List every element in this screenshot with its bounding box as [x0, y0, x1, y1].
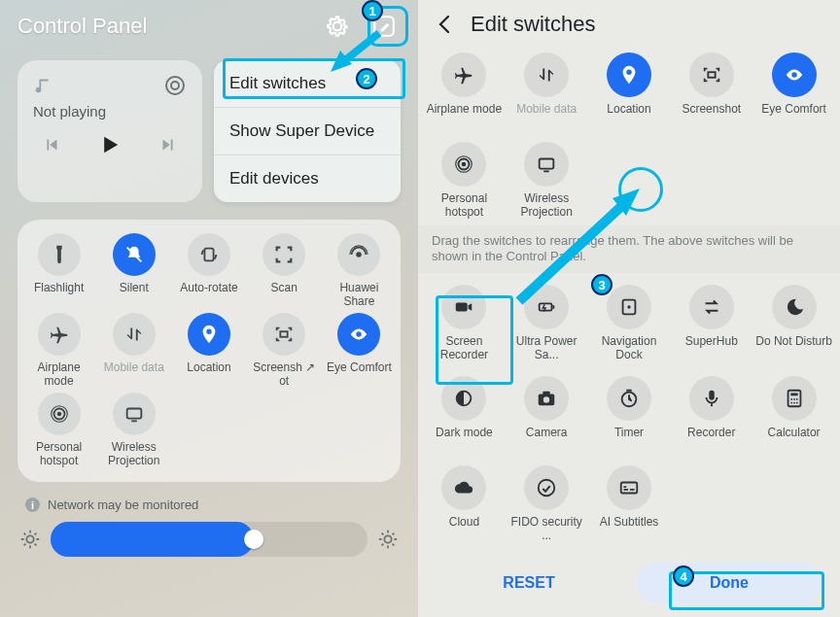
silent-icon: [123, 244, 145, 265]
switch-hotspot[interactable]: Personal hotspot: [23, 393, 94, 468]
hotspot-icon: [453, 154, 474, 175]
gear-icon: [325, 14, 350, 39]
switch-label: Recorder: [687, 427, 735, 452]
switch-mobiledata[interactable]: Mobile data: [507, 47, 587, 134]
switch-label: Navigation Dock: [589, 335, 670, 362]
screenshot-icon: [273, 324, 295, 345]
switch-label: Eye Comfort: [761, 103, 826, 128]
info-icon: i: [25, 497, 40, 512]
media-card[interactable]: Not playing: [18, 60, 202, 202]
switch-label: SuperHub: [685, 335, 738, 360]
switch-camera[interactable]: Camera: [507, 370, 587, 458]
switch-label: Scan: [271, 282, 298, 309]
airplane-icon: [49, 324, 70, 345]
back-icon: [434, 13, 457, 36]
darkmode-icon: [453, 388, 474, 409]
switch-label: Dark mode: [436, 427, 493, 452]
hotspot-icon: [49, 403, 70, 425]
switch-card: FlashlightSilentAuto-rotateScanHuawei Sh…: [18, 220, 401, 482]
switch-label: Personal hotspot: [23, 441, 94, 468]
switch-timer[interactable]: Timer: [589, 370, 670, 458]
switch-label: FIDO security ...: [507, 516, 587, 543]
switch-fido[interactable]: FIDO security ...: [507, 460, 587, 549]
switch-label: Mobile data: [516, 103, 577, 128]
location-icon: [198, 324, 220, 345]
switch-label: Screensh ↗ot: [253, 361, 315, 389]
switch-share[interactable]: Huawei Share: [324, 233, 395, 309]
reset-button[interactable]: RESET: [436, 563, 622, 603]
switch-screenshot[interactable]: Screenshot: [671, 47, 752, 134]
anno-badge-1: 1: [362, 0, 383, 21]
fido-icon: [536, 477, 557, 498]
switch-rotate[interactable]: Auto-rotate: [173, 233, 244, 309]
anno-badge-4: 4: [673, 566, 694, 587]
switch-projection[interactable]: Wireless Projection: [507, 136, 587, 225]
switch-darkmode[interactable]: Dark mode: [424, 370, 505, 458]
location-icon: [618, 64, 640, 86]
switch-label: Location: [607, 103, 650, 128]
switch-recorder[interactable]: Screen Recorder: [424, 279, 505, 368]
share-icon: [348, 244, 369, 265]
switch-label: Camera: [526, 427, 568, 452]
switch-mic[interactable]: Recorder: [671, 370, 752, 458]
brightness-slider[interactable]: [51, 522, 368, 557]
mobiledata-icon: [123, 324, 145, 345]
switch-calc[interactable]: Calculator: [753, 370, 834, 458]
switch-label: Flashlight: [34, 282, 84, 309]
switch-eye[interactable]: Eye Comfort: [753, 47, 834, 134]
popup-item-super-device[interactable]: Show Super Device: [214, 108, 401, 155]
recorder-icon: [453, 296, 474, 318]
switch-loop[interactable]: SuperHub: [671, 279, 752, 368]
switch-cloud[interactable]: Cloud: [424, 460, 505, 549]
switch-subtitles[interactable]: AI Subtitles: [589, 460, 670, 549]
switch-scan[interactable]: Scan: [249, 233, 320, 309]
switch-label: Auto-rotate: [180, 282, 237, 309]
done-button[interactable]: Done: [636, 563, 822, 603]
switch-moon[interactable]: Do Not Disturb: [753, 279, 834, 368]
prev-button[interactable]: [41, 134, 62, 155]
drag-hint: Drag the switches to rearrange them. The…: [418, 225, 840, 274]
switch-label: Eye Comfort: [327, 361, 392, 389]
switch-label: Location: [187, 361, 230, 389]
switch-location[interactable]: Location: [173, 313, 244, 389]
switch-screenshot[interactable]: Screensh ↗ot: [249, 313, 320, 389]
es-header: Edit switches: [418, 0, 840, 41]
switch-airplane[interactable]: Airplane mode: [23, 313, 94, 389]
settings-button[interactable]: [321, 10, 354, 43]
network-note-text: Network may be monitored: [48, 497, 198, 512]
projection-icon: [123, 403, 145, 425]
anno-badge-3: 3: [591, 274, 612, 295]
flashlight-icon: [49, 244, 70, 265]
switch-airplane[interactable]: Airplane mode: [424, 47, 505, 134]
switch-silent[interactable]: Silent: [98, 233, 169, 309]
timer-icon: [618, 388, 640, 409]
switch-label: Wireless Projection: [507, 192, 587, 220]
subtitles-icon: [618, 477, 640, 498]
popup-item-edit-devices[interactable]: Edit devices: [214, 155, 401, 202]
page-title: Edit switches: [471, 12, 595, 37]
navdock-icon: [618, 296, 640, 318]
switch-projection[interactable]: Wireless Projection: [98, 393, 169, 468]
battery-icon: [536, 296, 557, 318]
moon-icon: [784, 296, 805, 318]
switch-label: Silent: [120, 282, 149, 309]
switch-eye[interactable]: Eye Comfort: [324, 313, 395, 389]
projection-icon: [536, 154, 557, 175]
scan-icon: [273, 244, 295, 265]
play-button[interactable]: [96, 131, 123, 158]
switch-label: Huawei Share: [324, 282, 395, 309]
music-note-icon: [33, 75, 54, 96]
mobiledata-icon: [536, 64, 557, 86]
back-button[interactable]: [434, 13, 457, 36]
switch-battery[interactable]: Ultra Power Sa...: [507, 279, 587, 368]
mic-icon: [701, 388, 722, 409]
switch-label: Airplane mode: [427, 103, 502, 128]
switch-label: Airplane mode: [23, 361, 94, 389]
next-button[interactable]: [158, 134, 179, 155]
switch-mobiledata[interactable]: Mobile data: [98, 313, 169, 389]
switch-hotspot[interactable]: Personal hotspot: [424, 136, 505, 225]
switch-label: Ultra Power Sa...: [507, 335, 587, 362]
switch-location[interactable]: Location: [589, 47, 670, 134]
switch-flashlight[interactable]: Flashlight: [23, 233, 94, 309]
audio-output-icon[interactable]: [163, 74, 187, 97]
